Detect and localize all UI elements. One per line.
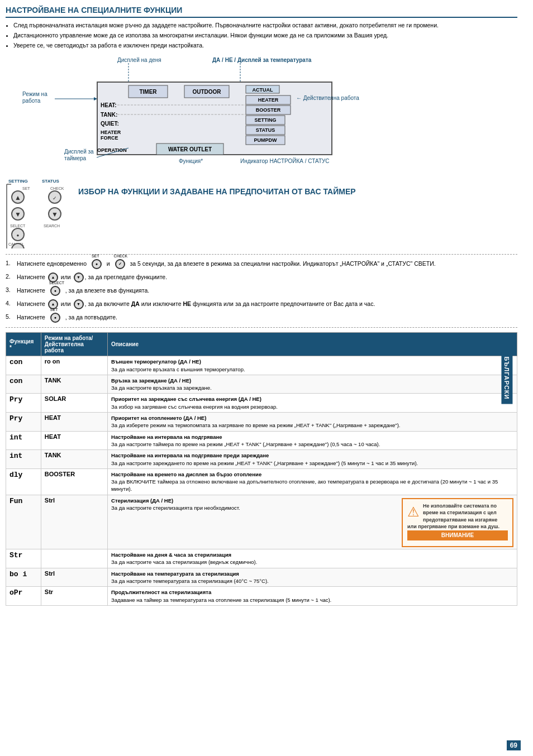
col-mode: Режим на работа/Действителна работа xyxy=(41,333,107,356)
func-code: int xyxy=(6,450,41,469)
col-description: Описание xyxy=(108,333,517,356)
svg-text:Режим на: Режим на xyxy=(22,91,47,97)
table-row: Pry HEAT Приоритет на отоплението (ДА / … xyxy=(6,413,517,432)
func-desc: Приоритет на зареждане със слънчева енер… xyxy=(108,394,517,413)
svg-text:SETTING: SETTING xyxy=(8,179,28,184)
svg-text:← Действителна работа: ← Действителна работа xyxy=(296,95,359,101)
intro-list: След първоначалната инсталация може ръчн… xyxy=(13,21,517,50)
svg-text:ДА / НЕ / Дисплей за температу: ДА / НЕ / Дисплей за температурата xyxy=(212,57,312,63)
set-label-sup: SET xyxy=(92,253,99,260)
svg-text:✓: ✓ xyxy=(53,195,57,201)
svg-text:SEARCH: SEARCH xyxy=(44,224,60,228)
func-mode: HEAT xyxy=(41,431,107,450)
warning-box: ⚠ Не използвайте системата по време на с… xyxy=(402,498,513,547)
table-header-row: Функция * Режим на работа/Действителна р… xyxy=(6,333,517,356)
func-mode xyxy=(41,549,107,568)
function-table: Функция * Режим на работа/Действителна р… xyxy=(6,332,517,606)
func-code: bo i xyxy=(6,568,41,587)
warning-header: ВНИМАНИЕ xyxy=(407,530,508,540)
svg-text:HEAT:: HEAT: xyxy=(101,102,117,108)
svg-text:SETTING: SETTING xyxy=(254,117,276,123)
func-desc: Продължителност на стерилизациятаЗадаван… xyxy=(108,587,517,606)
func-mode: SOLAR xyxy=(41,394,107,413)
svg-text:HEATER: HEATER xyxy=(101,130,121,135)
func-code: con xyxy=(6,356,41,375)
step-3-text: Натиснете SELECT ● , за да влезете във ф… xyxy=(17,286,149,296)
svg-text:●: ● xyxy=(17,233,20,238)
page-number: 69 xyxy=(507,740,521,750)
svg-text:Дисплей на деня: Дисплей на деня xyxy=(117,57,161,63)
step-4-text: Натиснете ▲ или ▼, за да включите ДА или… xyxy=(17,299,375,309)
table-row: dly BOOSTER Настройване на времето на ди… xyxy=(6,468,517,495)
step-3-num: 3. xyxy=(6,286,15,295)
step-2-num: 2. xyxy=(6,272,15,281)
func-mode: ro on xyxy=(41,356,107,375)
warning-text: Не използвайте системата по време на сте… xyxy=(407,503,508,530)
func-mode: Strl xyxy=(41,495,107,549)
func-code: Pry xyxy=(6,394,41,413)
set-btn-inline[interactable]: ● xyxy=(92,259,102,269)
step-3: 3. Натиснете SELECT ● , за да влезете въ… xyxy=(6,286,517,296)
func-desc: Настройване на интервала на подгряване п… xyxy=(108,450,517,469)
svg-text:QUIET:: QUIET: xyxy=(101,121,119,127)
table-row: Fun Strl ⚠ Не използвайте системата по в… xyxy=(6,495,517,549)
col-function: Функция * xyxy=(6,333,41,356)
check-btn-inline[interactable]: ✓ xyxy=(115,259,125,269)
step-5: 5. Натиснете SET ● , за да потвърдите. xyxy=(6,313,517,323)
step-2: 2. Натиснете ▲ или ▼, за да прегледате ф… xyxy=(6,272,517,283)
svg-text:▼: ▼ xyxy=(51,210,58,218)
svg-text:FORCE: FORCE xyxy=(101,135,118,141)
step-4: 4. Натиснете ▲ или ▼, за да включите ДА … xyxy=(6,299,517,309)
svg-text:WATER OUTLET: WATER OUTLET xyxy=(168,146,212,152)
intro-item-2: Дистанционното управление може да се изп… xyxy=(13,31,517,40)
page-title: НАСТРОЙВАНЕ НА СПЕЦИАЛНИТЕ ФУНКЦИИ xyxy=(6,6,517,18)
step-1-num: 1. xyxy=(6,259,15,268)
step-4-num: 4. xyxy=(6,299,15,308)
step-2-text: Натиснете ▲ или ▼, за да прегледате функ… xyxy=(17,272,167,283)
table-row: int HEAT Настройване на интервала на под… xyxy=(6,431,517,450)
func-mode: TANK xyxy=(41,450,107,469)
svg-text:Дисплей за: Дисплей за xyxy=(64,149,94,155)
func-code: con xyxy=(6,375,41,394)
svg-text:OUTDOOR: OUTDOOR xyxy=(192,89,221,95)
controls-section: SETTING SET STATUS CHECK ▲ ✓ xyxy=(6,176,517,250)
func-mode: BOOSTER xyxy=(41,468,107,495)
select-label-sup: SELECT xyxy=(49,280,64,286)
intro-item-1: След първоначалната инсталация може ръчн… xyxy=(13,21,517,30)
down-btn-inline[interactable]: ▼ xyxy=(74,272,84,283)
svg-text:ACTUAL: ACTUAL xyxy=(253,87,273,93)
svg-text:HEATER: HEATER xyxy=(258,97,279,103)
steps-section: 1. Натиснете едновременно SET ● и CHECK … xyxy=(6,259,517,323)
set-label-sup-2: SET xyxy=(50,307,58,313)
check-label-sup: CHECK xyxy=(114,253,128,260)
func-desc: Настройване на времето на дисплея за бър… xyxy=(108,468,517,495)
svg-text:PUMPDW: PUMPDW xyxy=(254,137,278,143)
table-row: con TANK Връзка за зареждане (ДА / НЕ)За… xyxy=(6,375,517,394)
func-desc: ⚠ Не използвайте системата по време на с… xyxy=(108,495,517,549)
func-code: dly xyxy=(6,468,41,495)
divider-1 xyxy=(6,254,517,255)
svg-text:Функция*: Функция* xyxy=(179,158,203,164)
table-row: con ro on Външен терморегулатор (ДА / НЕ… xyxy=(6,356,517,375)
func-code: int xyxy=(6,431,41,450)
func-desc: Връзка за зареждане (ДА / НЕ)За да настр… xyxy=(108,375,517,394)
diagram-section: Дисплей на деня ДА / НЕ / Дисплей за тем… xyxy=(6,54,517,171)
step-1: 1. Натиснете едновременно SET ● и CHECK … xyxy=(6,259,517,269)
svg-text:CHECK: CHECK xyxy=(50,186,64,190)
diagram-svg: Дисплей на деня ДА / НЕ / Дисплей за тем… xyxy=(6,54,492,171)
svg-text:BOOSTER: BOOSTER xyxy=(256,107,281,113)
set-btn-2[interactable]: ● xyxy=(50,313,60,323)
func-mode: HEAT xyxy=(41,413,107,432)
select-btn-inline[interactable]: ● xyxy=(50,286,60,296)
sidebar-label: БЪЛГАРСКИ xyxy=(502,352,513,404)
warning-icon: ⚠ xyxy=(407,503,420,521)
func-desc: Настройване на температурата за стерилиз… xyxy=(108,568,517,587)
svg-text:Индикатор НАСТРОЙКА / СТАТУС: Индикатор НАСТРОЙКА / СТАТУС xyxy=(240,157,330,164)
func-mode: Str xyxy=(41,587,107,606)
table-row: bo i Strl Настройване на температурата з… xyxy=(6,568,517,587)
down-btn-2[interactable]: ▼ xyxy=(74,299,84,309)
table-row: oPr Str Продължителност на стерилизацият… xyxy=(6,587,517,606)
svg-text:●: ● xyxy=(17,248,20,248)
select-function-title: ИЗБОР НА ФУНКЦИИ И ЗАДАВАНЕ НА ПРЕДПОЧИТ… xyxy=(78,176,458,196)
table-row: Str Настройване на деня & часа за стерил… xyxy=(6,549,517,568)
